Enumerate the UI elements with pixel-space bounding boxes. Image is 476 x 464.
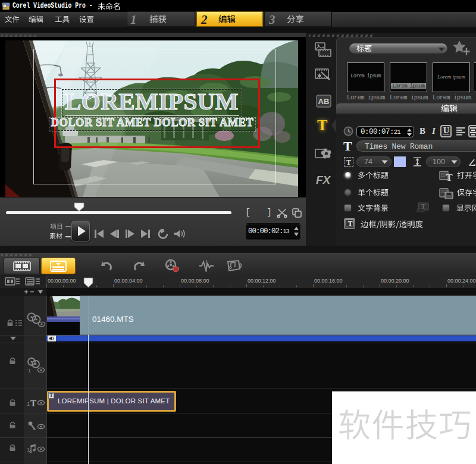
svg-text:00:00:12:00: 00:00:12:00 [248, 278, 276, 284]
svg-text:00:00:16:00: 00:00:16:00 [314, 278, 343, 284]
svg-text:T: T [446, 172, 453, 182]
svg-text:00:00:08:00: 00:00:08:00 [181, 278, 209, 284]
svg-text:T: T [30, 399, 36, 407]
svg-text:AB: AB [318, 97, 330, 106]
svg-text:1: 1 [27, 401, 30, 407]
svg-text:00:00:00:00: 00:00:00:00 [48, 278, 76, 284]
svg-text:1: 1 [28, 368, 31, 374]
svg-text:00:00:24:00: 00:00:24:00 [447, 278, 476, 284]
svg-text:1: 1 [27, 447, 30, 453]
svg-text:00:00:04:00: 00:00:04:00 [114, 278, 143, 284]
svg-text:00:00:20:00: 00:00:20:00 [381, 278, 409, 284]
